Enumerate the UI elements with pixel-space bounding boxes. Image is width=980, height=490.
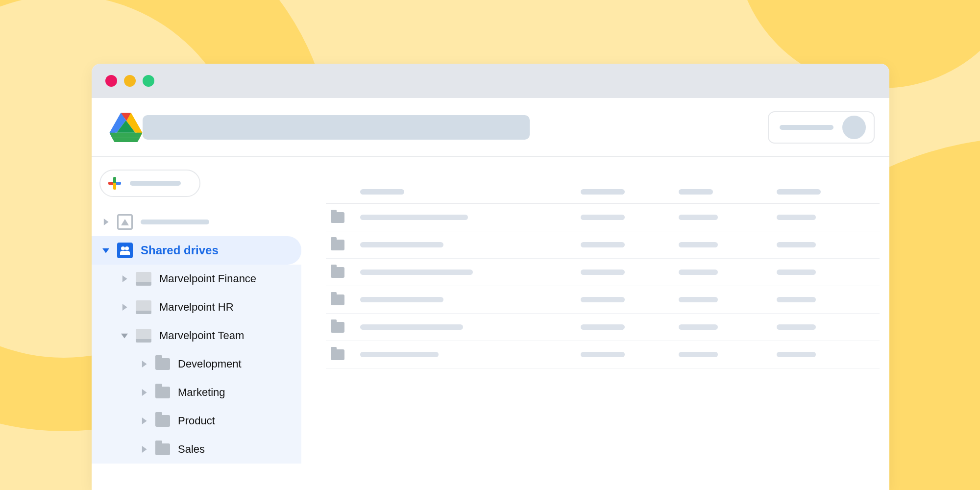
shared-drives-icon [117, 243, 133, 258]
sidebar: Shared drives Marvelpoint Finance [92, 157, 301, 490]
folder-icon [331, 212, 344, 223]
cell-placeholder [581, 297, 625, 302]
table-row[interactable] [326, 259, 880, 286]
table-row[interactable] [326, 314, 880, 341]
svg-marker-8 [122, 275, 127, 282]
sidebar-item-label: Product [178, 415, 215, 427]
table-header [326, 180, 880, 204]
folder-icon [331, 349, 344, 360]
cell-placeholder [777, 324, 816, 330]
sidebar-item-label: Development [178, 358, 242, 370]
cell-placeholder [679, 270, 718, 275]
sidebar-folder-product[interactable]: Product [92, 407, 301, 435]
sidebar-folder-sales[interactable]: Sales [92, 435, 301, 464]
collapse-caret-icon[interactable] [118, 332, 131, 339]
collapse-caret-icon[interactable] [99, 247, 112, 254]
folder-icon [331, 240, 344, 250]
folder-icon [331, 322, 344, 333]
sidebar-folder-development[interactable]: Development [92, 350, 301, 378]
window-zoom-button[interactable] [143, 75, 154, 87]
sidebar-item-mydrive[interactable] [92, 208, 301, 236]
column-header-placeholder [360, 189, 404, 195]
shared-drive-icon [136, 300, 151, 314]
sidebar-item-shared-drives[interactable]: Shared drives [92, 236, 301, 265]
expand-caret-icon[interactable] [138, 446, 150, 453]
drive-icon [117, 214, 133, 230]
cell-placeholder [679, 215, 718, 220]
folder-icon [331, 267, 344, 278]
sidebar-drive-team[interactable]: Marvelpoint Team [92, 321, 301, 350]
folder-icon [155, 387, 170, 398]
sidebar-item-label: Marvelpoint HR [159, 301, 234, 314]
cell-placeholder [777, 242, 816, 247]
browser-window: Shared drives Marvelpoint Finance [92, 64, 889, 490]
svg-marker-9 [122, 304, 127, 311]
folder-icon [155, 443, 170, 455]
table-row[interactable] [326, 231, 880, 259]
sidebar-item-label: Sales [178, 443, 205, 456]
cell-placeholder [777, 270, 816, 275]
cell-placeholder [360, 352, 439, 357]
file-list [301, 157, 889, 490]
cell-placeholder [777, 352, 816, 357]
sidebar-folder-marketing[interactable]: Marketing [92, 378, 301, 407]
table-row[interactable] [326, 341, 880, 368]
sidebar-item-label: Marketing [178, 386, 225, 399]
column-header-placeholder [581, 189, 625, 195]
sidebar-item-label: Marvelpoint Team [159, 329, 244, 342]
expand-caret-icon[interactable] [99, 219, 112, 225]
search-input[interactable] [143, 115, 530, 140]
table-row[interactable] [326, 204, 880, 231]
shared-drive-icon [136, 272, 151, 286]
window-minimize-button[interactable] [124, 75, 136, 87]
cell-placeholder [581, 242, 625, 247]
cell-placeholder [360, 215, 468, 220]
cell-placeholder [679, 242, 718, 247]
folder-icon [155, 358, 170, 370]
new-button[interactable] [99, 170, 200, 197]
drive-logo-icon [109, 113, 143, 142]
svg-marker-11 [142, 361, 147, 368]
cell-placeholder [360, 297, 443, 302]
cell-placeholder [360, 242, 443, 247]
table-row[interactable] [326, 286, 880, 314]
expand-caret-icon[interactable] [138, 389, 150, 396]
app-header [92, 98, 889, 157]
expand-caret-icon[interactable] [138, 361, 150, 368]
cell-placeholder [581, 215, 625, 220]
cell-placeholder [360, 270, 473, 275]
plus-icon [108, 177, 121, 190]
sidebar-item-label-placeholder [141, 220, 209, 224]
shared-drives-children: Marvelpoint Finance Marvelpoint HR [92, 265, 301, 464]
window-titlebar [92, 64, 889, 98]
expand-caret-icon[interactable] [118, 275, 131, 282]
svg-marker-14 [142, 446, 147, 453]
file-table [326, 180, 880, 368]
svg-marker-4 [110, 132, 143, 138]
cell-placeholder [581, 324, 625, 330]
sidebar-drive-finance[interactable]: Marvelpoint Finance [92, 265, 301, 293]
folder-icon [155, 415, 170, 427]
cell-placeholder [777, 297, 816, 302]
expand-caret-icon[interactable] [118, 304, 131, 311]
cell-placeholder [581, 352, 625, 357]
expand-caret-icon[interactable] [138, 417, 150, 424]
sidebar-drive-hr[interactable]: Marvelpoint HR [92, 293, 301, 321]
cell-placeholder [679, 324, 718, 330]
column-header-placeholder [777, 189, 821, 195]
svg-marker-10 [121, 334, 128, 339]
account-menu[interactable] [768, 111, 875, 144]
svg-marker-13 [142, 417, 147, 424]
window-close-button[interactable] [105, 75, 117, 87]
svg-marker-12 [142, 389, 147, 396]
sidebar-item-label: Shared drives [141, 244, 219, 257]
new-button-label-placeholder [130, 181, 181, 186]
nav-tree: Shared drives Marvelpoint Finance [92, 208, 301, 464]
sidebar-item-label: Marvelpoint Finance [159, 272, 256, 285]
cell-placeholder [777, 215, 816, 220]
cell-placeholder [679, 352, 718, 357]
shared-drive-icon [136, 329, 151, 343]
avatar [842, 116, 866, 139]
account-label-placeholder [780, 125, 833, 130]
svg-marker-7 [102, 248, 109, 253]
